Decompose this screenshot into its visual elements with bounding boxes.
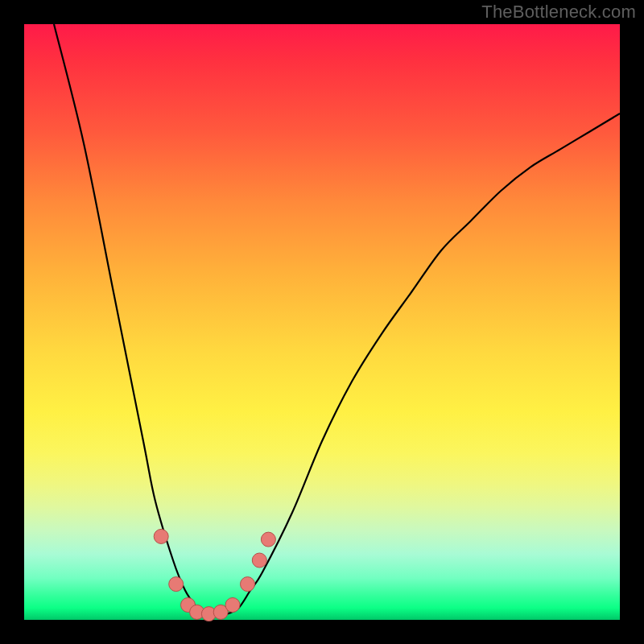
markers-group (154, 529, 275, 621)
watermark-text: TheBottleneck.com (481, 2, 636, 23)
data-marker (154, 529, 168, 543)
plot-area (24, 24, 620, 620)
data-marker (252, 553, 266, 568)
data-marker (261, 532, 275, 547)
bottleneck-curve (54, 24, 620, 614)
data-marker (169, 577, 184, 592)
chart-svg (24, 24, 620, 620)
data-marker (241, 577, 255, 592)
data-marker (225, 598, 240, 613)
outer-frame: TheBottleneck.com (0, 0, 644, 644)
